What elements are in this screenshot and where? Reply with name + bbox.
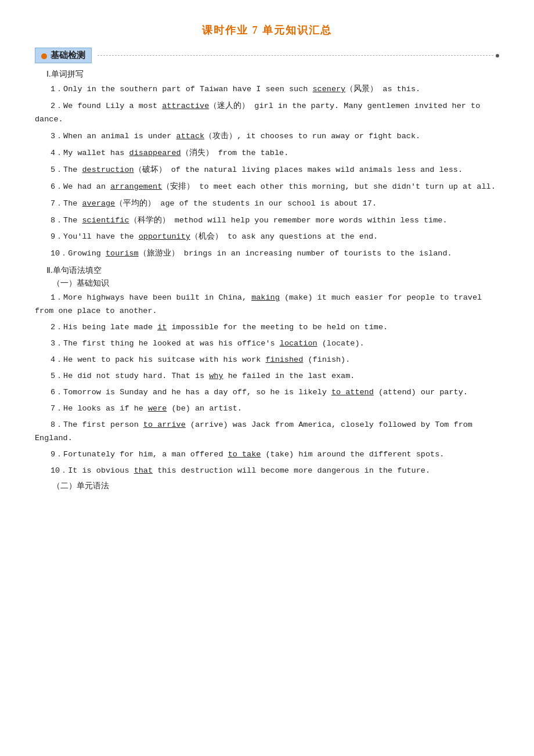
list-item: 7．He looks as if he were (be) an artist. — [35, 402, 499, 416]
item-paren: (take) — [261, 450, 294, 459]
item-underline: location — [280, 339, 317, 348]
item-text-before: My wallet has — [63, 149, 129, 157]
item-text-before: Only in the southern part of Taiwan have… — [63, 85, 312, 93]
item-zh: （科学的） — [129, 215, 170, 224]
item-paren: (locate) — [317, 339, 360, 348]
item-text-after: this destruction will become more danger… — [153, 466, 430, 475]
list-item: 6．We had an arrangement（安排） to meet each… — [35, 180, 499, 194]
sub-subsection-2-title: （二）单元语法 — [52, 481, 499, 491]
item-underline: were — [148, 404, 167, 413]
item-paren: (be) — [167, 404, 190, 413]
item-underline: attack — [176, 132, 205, 141]
item-text-before: It is obvious — [68, 466, 134, 475]
list-item: 4．My wallet has disappeared（消失） from the… — [35, 146, 499, 160]
item-text-before: He did not study hard. That is — [63, 372, 209, 380]
item-text-after: . — [345, 355, 350, 364]
item-underline: opportunity — [139, 232, 190, 241]
item-num: 4． — [50, 355, 63, 364]
item-num: 4． — [50, 149, 63, 157]
item-text-after: . — [360, 339, 365, 348]
item-zh: （平均的） — [115, 199, 156, 207]
item-zh: （攻击） — [204, 131, 237, 140]
item-text-before: The — [63, 165, 82, 174]
item-text-before: The first thing he looked at was his off… — [63, 339, 280, 348]
item-num: 3． — [50, 339, 63, 348]
item-text-before: He looks as if he — [63, 404, 148, 413]
item-num: 7． — [50, 404, 63, 413]
list-item: 9．You'll have the opportunity（机会） to ask… — [35, 230, 499, 244]
list-item: 5．He did not study hard. That is why he … — [35, 370, 499, 383]
item-text-before: We had an — [63, 182, 110, 191]
item-underline: scenery — [312, 85, 345, 93]
item-text-after: of the natural living places makes wild … — [167, 165, 463, 174]
item-underline: destruction — [82, 165, 134, 174]
item-underline: arrangement — [110, 182, 162, 191]
item-text-after: impossible for the meeting to be held on… — [167, 323, 388, 332]
item-num: 9． — [50, 232, 63, 241]
item-underline: why — [209, 372, 223, 380]
item-underline: to attend — [331, 388, 374, 397]
dashed-line — [98, 55, 493, 56]
list-item: 8．The scientific（科学的） method will help y… — [35, 214, 499, 228]
item-num: 2． — [50, 323, 63, 332]
item-text-after: to ask any questions at the end. — [223, 232, 378, 241]
item-text-after: age of the students in our school is abo… — [156, 199, 377, 208]
item-zh: （旅游业） — [139, 249, 179, 257]
item-text-before: More highways have been built in China, — [63, 293, 251, 302]
item-underline: attractive — [162, 102, 209, 110]
item-num: 1． — [50, 85, 63, 93]
sub-subsection-1-title: （一）基础知识 — [52, 278, 499, 289]
section-badge: 基础检测 — [35, 48, 92, 63]
item-num: 8． — [50, 216, 63, 225]
item-text-after: he failed in the last exam. — [223, 372, 355, 380]
item-zh: （破坏） — [134, 165, 167, 174]
item-underline: that — [134, 466, 153, 475]
item-num: 10． — [50, 466, 68, 475]
item-num: 1． — [50, 293, 63, 302]
item-num: 5． — [50, 165, 63, 174]
item-zh: （风景） — [345, 84, 378, 93]
item-text-after: him around the different spots. — [294, 450, 444, 459]
item-text-before: You'll have the — [63, 232, 139, 241]
item-text-before: He went to pack his suitcase with his wo… — [63, 355, 265, 364]
list-item: 9．Fortunately for him, a man offered to … — [35, 448, 499, 462]
item-zh: （消失） — [181, 148, 214, 157]
list-item: 3．The first thing he looked at was his o… — [35, 337, 499, 351]
item-text-after: from the table. — [214, 149, 289, 157]
item-underline: making — [251, 293, 280, 302]
item-text-before: Tomorrow is Sunday and he has a day off,… — [63, 388, 331, 397]
item-text-after: to meet each other this morning, but she… — [194, 182, 495, 191]
list-item: 2．We found Lily a most attractive（迷人的） g… — [35, 99, 499, 127]
item-num: 7． — [50, 199, 63, 208]
item-underline: average — [82, 199, 116, 208]
list-item: 6．Tomorrow is Sunday and he has a day of… — [35, 386, 499, 399]
item-underline: scientific — [82, 216, 129, 225]
item-text-after: , it chooses to run away or fight back. — [237, 132, 420, 141]
item-text-before: The — [63, 216, 82, 225]
item-underline: it — [157, 323, 167, 332]
list-item: 2．His being late made it impossible for … — [35, 321, 499, 334]
list-item: 10．Growing tourism（旅游业） brings in an inc… — [35, 247, 499, 261]
item-text-after: an artist. — [190, 404, 242, 413]
item-num: 6． — [50, 182, 63, 191]
item-num: 6． — [50, 388, 63, 397]
list-item: 1．Only in the southern part of Taiwan ha… — [35, 82, 499, 96]
item-text-before: His being late made — [63, 323, 157, 332]
subsection-2-title: Ⅱ.单句语法填空 — [46, 265, 499, 276]
item-text-after: brings in an increasing number of touris… — [179, 249, 452, 258]
list-item: 3．When an animal is under attack（攻击）, it… — [35, 129, 499, 143]
item-num: 8． — [50, 420, 63, 429]
item-zh: （机会） — [190, 232, 223, 240]
list-item: 5．The destruction（破坏） of the natural liv… — [35, 163, 499, 177]
list-item: 1．More highways have been built in China… — [35, 291, 499, 318]
item-paren: (attend) — [374, 388, 416, 397]
item-underline: tourism — [106, 249, 139, 258]
item-underline: to arrive — [143, 420, 186, 429]
list-item: 10．It is obvious that this destruction w… — [35, 465, 499, 478]
item-paren: (make) — [280, 293, 313, 302]
item-text-before: The — [63, 199, 82, 208]
item-text-before: Growing — [68, 249, 106, 258]
item-num: 3． — [50, 132, 63, 141]
subsection-1-title: Ⅰ.单词拼写 — [46, 69, 499, 80]
item-num: 2． — [50, 102, 63, 110]
